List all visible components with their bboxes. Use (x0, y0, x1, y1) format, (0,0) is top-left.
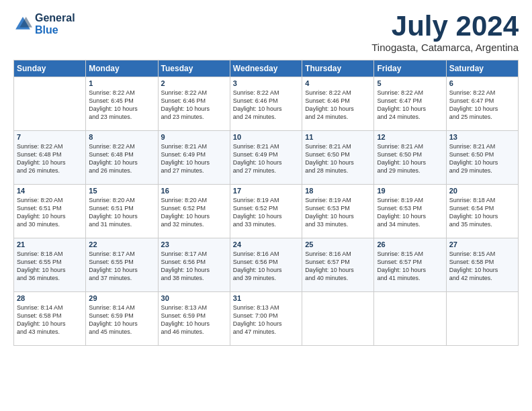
cell-info: Sunrise: 8:14 AM Sunset: 6:58 PM Dayligh… (17, 304, 83, 336)
calendar-cell: 7Sunrise: 8:22 AM Sunset: 6:48 PM Daylig… (14, 131, 86, 185)
cell-info: Sunrise: 8:21 AM Sunset: 6:49 PM Dayligh… (161, 142, 227, 175)
cell-info: Sunrise: 8:22 AM Sunset: 6:48 PM Dayligh… (17, 142, 83, 175)
month-title: July 2024 (371, 12, 519, 40)
day-number: 30 (161, 294, 227, 302)
header-cell-friday: Friday (374, 60, 446, 77)
day-number: 21 (17, 240, 83, 248)
day-number: 25 (305, 240, 371, 248)
calendar-cell: 26Sunrise: 8:15 AM Sunset: 6:57 PM Dayli… (374, 238, 446, 292)
header-cell-thursday: Thursday (302, 60, 374, 77)
cell-info: Sunrise: 8:22 AM Sunset: 6:46 PM Dayligh… (305, 89, 371, 122)
day-number: 15 (89, 187, 154, 195)
calendar-cell: 6Sunrise: 8:22 AM Sunset: 6:47 PM Daylig… (446, 77, 518, 131)
page: General Blue July 2024 Tinogasta, Catama… (0, 0, 532, 354)
calendar-cell: 8Sunrise: 8:22 AM Sunset: 6:48 PM Daylig… (86, 131, 158, 185)
header-cell-monday: Monday (86, 60, 158, 77)
cell-info: Sunrise: 8:20 AM Sunset: 6:51 PM Dayligh… (89, 196, 154, 229)
cell-info: Sunrise: 8:22 AM Sunset: 6:47 PM Dayligh… (449, 89, 515, 122)
cell-info: Sunrise: 8:17 AM Sunset: 6:56 PM Dayligh… (161, 250, 227, 283)
week-row-1: 1Sunrise: 8:22 AM Sunset: 6:45 PM Daylig… (14, 77, 519, 131)
calendar-cell: 22Sunrise: 8:17 AM Sunset: 6:55 PM Dayli… (86, 238, 158, 292)
cell-info: Sunrise: 8:20 AM Sunset: 6:52 PM Dayligh… (161, 196, 227, 229)
calendar-cell: 12Sunrise: 8:21 AM Sunset: 6:50 PM Dayli… (374, 131, 446, 185)
day-number: 12 (377, 133, 443, 141)
day-number: 29 (89, 294, 154, 302)
cell-info: Sunrise: 8:15 AM Sunset: 6:58 PM Dayligh… (449, 250, 515, 283)
header: General Blue July 2024 Tinogasta, Catama… (13, 12, 519, 53)
title-area: July 2024 Tinogasta, Catamarca, Argentin… (371, 12, 519, 53)
calendar-cell: 28Sunrise: 8:14 AM Sunset: 6:58 PM Dayli… (14, 292, 86, 346)
day-number: 5 (377, 79, 443, 87)
logo-text: General Blue (35, 12, 75, 36)
calendar-cell: 30Sunrise: 8:13 AM Sunset: 6:59 PM Dayli… (158, 292, 230, 346)
logo-blue: Blue (35, 24, 58, 36)
header-cell-tuesday: Tuesday (158, 60, 230, 77)
day-number: 11 (305, 133, 371, 141)
day-number: 10 (233, 133, 299, 141)
cell-info: Sunrise: 8:16 AM Sunset: 6:57 PM Dayligh… (305, 250, 371, 283)
header-cell-saturday: Saturday (446, 60, 518, 77)
calendar-cell: 15Sunrise: 8:20 AM Sunset: 6:51 PM Dayli… (86, 185, 158, 238)
calendar-cell: 20Sunrise: 8:18 AM Sunset: 6:54 PM Dayli… (446, 185, 518, 238)
day-number: 31 (233, 294, 299, 302)
week-row-3: 14Sunrise: 8:20 AM Sunset: 6:51 PM Dayli… (14, 185, 519, 238)
calendar-cell: 21Sunrise: 8:18 AM Sunset: 6:55 PM Dayli… (14, 238, 86, 292)
calendar-cell: 16Sunrise: 8:20 AM Sunset: 6:52 PM Dayli… (158, 185, 230, 238)
cell-info: Sunrise: 8:15 AM Sunset: 6:57 PM Dayligh… (377, 250, 443, 283)
calendar-cell: 14Sunrise: 8:20 AM Sunset: 6:51 PM Dayli… (14, 185, 86, 238)
calendar-cell: 1Sunrise: 8:22 AM Sunset: 6:45 PM Daylig… (86, 77, 158, 131)
cell-info: Sunrise: 8:18 AM Sunset: 6:55 PM Dayligh… (17, 250, 83, 283)
cell-info: Sunrise: 8:21 AM Sunset: 6:50 PM Dayligh… (449, 142, 515, 175)
day-number: 1 (89, 79, 154, 87)
calendar-cell: 2Sunrise: 8:22 AM Sunset: 6:46 PM Daylig… (158, 77, 230, 131)
week-row-2: 7Sunrise: 8:22 AM Sunset: 6:48 PM Daylig… (14, 131, 519, 185)
header-cell-sunday: Sunday (14, 60, 86, 77)
calendar-cell: 29Sunrise: 8:14 AM Sunset: 6:59 PM Dayli… (86, 292, 158, 346)
cell-info: Sunrise: 8:17 AM Sunset: 6:55 PM Dayligh… (89, 250, 154, 283)
location: Tinogasta, Catamarca, Argentina (371, 42, 519, 53)
day-number: 20 (449, 187, 515, 195)
cell-info: Sunrise: 8:19 AM Sunset: 6:53 PM Dayligh… (305, 196, 371, 229)
calendar-cell: 24Sunrise: 8:16 AM Sunset: 6:56 PM Dayli… (230, 238, 302, 292)
day-number: 6 (449, 79, 515, 87)
day-number: 28 (17, 294, 83, 302)
cell-info: Sunrise: 8:22 AM Sunset: 6:45 PM Dayligh… (89, 89, 154, 122)
cell-info: Sunrise: 8:20 AM Sunset: 6:51 PM Dayligh… (17, 196, 83, 229)
cell-info: Sunrise: 8:14 AM Sunset: 6:59 PM Dayligh… (89, 304, 154, 336)
cell-info: Sunrise: 8:22 AM Sunset: 6:47 PM Dayligh… (377, 89, 443, 122)
day-number: 3 (233, 79, 299, 87)
day-number: 16 (161, 187, 227, 195)
day-number: 24 (233, 240, 299, 248)
day-number: 17 (233, 187, 299, 195)
calendar-cell: 17Sunrise: 8:19 AM Sunset: 6:52 PM Dayli… (230, 185, 302, 238)
calendar-cell (14, 77, 86, 131)
calendar-cell: 25Sunrise: 8:16 AM Sunset: 6:57 PM Dayli… (302, 238, 374, 292)
cell-info: Sunrise: 8:13 AM Sunset: 6:59 PM Dayligh… (161, 304, 227, 336)
cell-info: Sunrise: 8:13 AM Sunset: 7:00 PM Dayligh… (233, 304, 299, 336)
calendar-cell: 5Sunrise: 8:22 AM Sunset: 6:47 PM Daylig… (374, 77, 446, 131)
week-row-4: 21Sunrise: 8:18 AM Sunset: 6:55 PM Dayli… (14, 238, 519, 292)
calendar-cell: 4Sunrise: 8:22 AM Sunset: 6:46 PM Daylig… (302, 77, 374, 131)
cell-info: Sunrise: 8:16 AM Sunset: 6:56 PM Dayligh… (233, 250, 299, 283)
calendar-cell: 27Sunrise: 8:15 AM Sunset: 6:58 PM Dayli… (446, 238, 518, 292)
cell-info: Sunrise: 8:22 AM Sunset: 6:46 PM Dayligh… (161, 89, 227, 122)
logo-icon (13, 15, 32, 34)
day-number: 22 (89, 240, 154, 248)
calendar-cell (374, 292, 446, 346)
day-number: 13 (449, 133, 515, 141)
cell-info: Sunrise: 8:21 AM Sunset: 6:50 PM Dayligh… (377, 142, 443, 175)
day-number: 9 (161, 133, 227, 141)
cell-info: Sunrise: 8:18 AM Sunset: 6:54 PM Dayligh… (449, 196, 515, 229)
calendar-cell: 11Sunrise: 8:21 AM Sunset: 6:50 PM Dayli… (302, 131, 374, 185)
calendar-cell: 23Sunrise: 8:17 AM Sunset: 6:56 PM Dayli… (158, 238, 230, 292)
day-number: 14 (17, 187, 83, 195)
calendar-cell (446, 292, 518, 346)
calendar-cell: 19Sunrise: 8:19 AM Sunset: 6:53 PM Dayli… (374, 185, 446, 238)
header-row: SundayMondayTuesdayWednesdayThursdayFrid… (14, 60, 519, 77)
day-number: 27 (449, 240, 515, 248)
day-number: 8 (89, 133, 154, 141)
calendar-cell: 18Sunrise: 8:19 AM Sunset: 6:53 PM Dayli… (302, 185, 374, 238)
cell-info: Sunrise: 8:22 AM Sunset: 6:48 PM Dayligh… (89, 142, 154, 175)
day-number: 26 (377, 240, 443, 248)
day-number: 23 (161, 240, 227, 248)
